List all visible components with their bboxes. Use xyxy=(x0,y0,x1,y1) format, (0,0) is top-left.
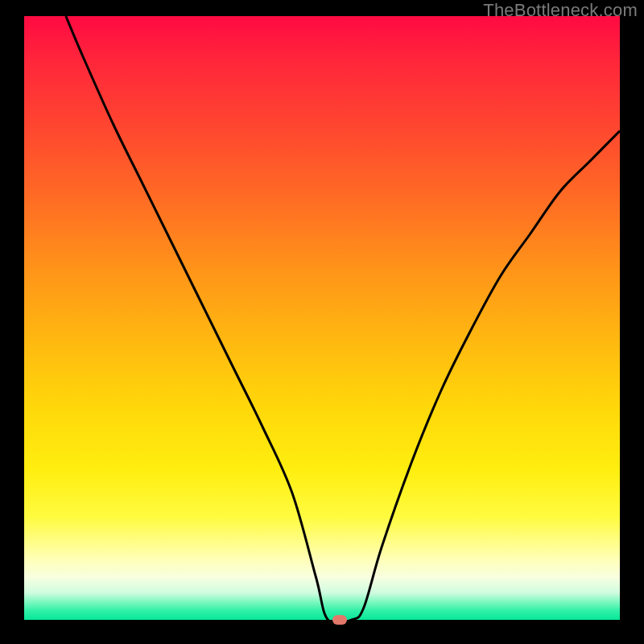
bottleneck-curve xyxy=(24,16,620,620)
plot-area xyxy=(24,16,620,620)
chart-frame: TheBottleneck.com xyxy=(0,0,644,644)
optimal-marker xyxy=(332,615,347,625)
curve-path xyxy=(66,16,620,620)
watermark-text: TheBottleneck.com xyxy=(483,0,638,21)
